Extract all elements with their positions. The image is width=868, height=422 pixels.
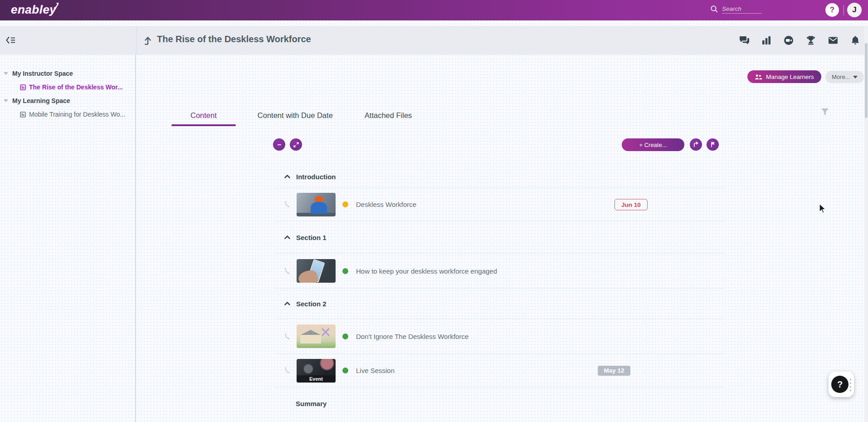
create-button[interactable]: + Create... xyxy=(622,138,684,151)
status-dot-green xyxy=(342,368,348,373)
caret-down-icon xyxy=(853,76,858,79)
help-widget[interactable]: ? xyxy=(829,372,854,397)
scrollbar-thumb[interactable] xyxy=(865,43,868,118)
caret-down-icon xyxy=(4,99,8,102)
item-thumbnail[interactable] xyxy=(297,193,336,216)
kebab-menu-icon[interactable] xyxy=(850,379,851,391)
tree-group-instructor-space[interactable]: My Instructor Space xyxy=(0,67,135,80)
status-dot-yellow xyxy=(342,201,348,207)
course-tree-sidebar: My Instructor Space The Rise of the Desk… xyxy=(0,55,136,422)
item-title: How to keep your deskless workforce enga… xyxy=(356,267,497,275)
help-question-icon[interactable]: ? xyxy=(831,376,848,393)
reorder-button[interactable] xyxy=(690,138,702,151)
topbar: enabley ? J xyxy=(0,0,868,20)
avatar[interactable]: J xyxy=(847,3,862,17)
messages-icon[interactable] xyxy=(828,35,839,46)
course-tree: My Instructor Space The Rise of the Desk… xyxy=(0,55,135,121)
item-thumbnail[interactable] xyxy=(297,324,336,348)
reports-icon[interactable] xyxy=(761,35,772,46)
corner-arrow-icon xyxy=(692,141,699,148)
section-title: Summary xyxy=(296,400,327,407)
filter-icon[interactable] xyxy=(819,106,831,118)
content-item-dont-ignore[interactable]: Don't Ignore The Deskless Workforce xyxy=(275,319,724,354)
topbar-divider xyxy=(844,5,844,15)
search-icon[interactable] xyxy=(710,5,718,13)
tab-attached-files[interactable]: Attached Files xyxy=(355,104,422,126)
mouse-cursor xyxy=(819,203,827,214)
logo-arrow-icon xyxy=(53,2,60,9)
manage-learners-button[interactable]: Manage Learners xyxy=(747,70,821,83)
tree-group-learning-space[interactable]: My Learning Space xyxy=(0,94,135,108)
status-dot-green xyxy=(342,334,348,339)
chevron-up-icon[interactable] xyxy=(284,235,291,240)
content-item-live-session[interactable]: Event Live Session May 12 xyxy=(275,354,724,388)
branch-arrow-icon xyxy=(283,267,291,275)
topbar-search xyxy=(710,5,762,14)
chevron-up-icon[interactable] xyxy=(284,301,291,306)
section-header-section-1: Section 1 xyxy=(275,221,724,254)
search-input[interactable] xyxy=(722,5,762,14)
due-date-badge: May 12 xyxy=(598,366,630,376)
tab-content[interactable]: Content xyxy=(171,104,236,126)
event-thumbnail-label: Event xyxy=(297,375,336,383)
section-header-summary: Summary xyxy=(275,388,724,419)
tree-item-mobile-training[interactable]: Mobile Training for Deskless Wo... xyxy=(0,108,135,121)
item-title: Don't Ignore The Deskless Workforce xyxy=(356,333,468,340)
due-date-badge: Jun 10 xyxy=(614,199,648,210)
tab-label: Content xyxy=(190,111,217,120)
achievements-icon[interactable] xyxy=(805,35,816,46)
content-item-keep-engaged[interactable]: How to keep your deskless workforce enga… xyxy=(275,254,724,289)
section-title: Section 1 xyxy=(296,234,327,241)
learners-icon xyxy=(755,74,762,80)
tree-item-rise-deskless[interactable]: The Rise of the Deskless Wor... xyxy=(0,80,135,94)
flag-button[interactable] xyxy=(707,138,719,151)
notifications-icon[interactable] xyxy=(850,35,861,46)
thumb-helmet-shape xyxy=(315,196,323,202)
header-divider xyxy=(136,26,137,54)
section-title: Section 2 xyxy=(296,300,327,308)
discussions-icon[interactable] xyxy=(739,35,750,46)
page-title: The Rise of the Deskless Workforce xyxy=(157,34,311,44)
tree-group-label: My Learning Space xyxy=(12,97,70,104)
more-label: More... xyxy=(832,74,850,80)
app-window: enabley ? J The Rise of the Deskless Wor… xyxy=(0,0,868,422)
branch-arrow-icon xyxy=(283,333,291,340)
video-meeting-icon[interactable] xyxy=(783,35,794,46)
content-list: Introduction Deskless Workforce Jun 10 xyxy=(275,166,724,419)
item-thumbnail[interactable] xyxy=(297,259,336,283)
tab-label: Content with Due Date xyxy=(258,111,333,120)
manage-learners-label: Manage Learners xyxy=(766,74,814,80)
tab-bar: Content Content with Due Date Attached F… xyxy=(171,104,422,126)
header-icon-group xyxy=(739,26,861,54)
branch-arrow-icon xyxy=(283,201,291,208)
expand-icon xyxy=(293,142,299,148)
collapse-all-button[interactable] xyxy=(273,138,285,151)
thumb-person-shape xyxy=(322,328,329,336)
tab-content-with-due-date[interactable]: Content with Due Date xyxy=(248,104,343,126)
status-dot-green xyxy=(342,268,348,274)
up-level-icon[interactable] xyxy=(143,35,152,45)
topbar-help-button[interactable]: ? xyxy=(825,3,839,17)
tree-item-label: The Rise of the Deskless Wor... xyxy=(29,83,123,91)
more-button[interactable]: More... xyxy=(825,71,864,83)
section-title: Introduction xyxy=(296,173,336,181)
course-header: The Rise of the Deskless Workforce xyxy=(0,26,868,54)
item-title: Deskless Workforce xyxy=(356,201,416,208)
item-title: Live Session xyxy=(356,367,395,374)
flag-icon xyxy=(710,141,716,148)
collapse-sidebar-icon[interactable] xyxy=(5,35,16,45)
course-icon xyxy=(20,84,26,90)
minus-icon xyxy=(276,142,283,148)
caret-down-icon xyxy=(4,72,8,75)
tree-item-label: Mobile Training for Deskless Wo... xyxy=(29,111,125,118)
course-icon xyxy=(20,112,26,118)
content-item-deskless-workforce[interactable]: Deskless Workforce Jun 10 xyxy=(275,188,724,221)
item-thumbnail[interactable]: Event xyxy=(297,359,336,383)
thumb-house-shape xyxy=(300,330,321,343)
section-header-section-2: Section 2 xyxy=(275,289,724,319)
section-header-introduction: Introduction xyxy=(275,166,724,188)
create-label: + Create... xyxy=(639,142,667,148)
enabley-logo[interactable]: enabley xyxy=(11,3,56,17)
expand-all-button[interactable] xyxy=(290,138,302,151)
chevron-up-icon[interactable] xyxy=(284,174,291,179)
